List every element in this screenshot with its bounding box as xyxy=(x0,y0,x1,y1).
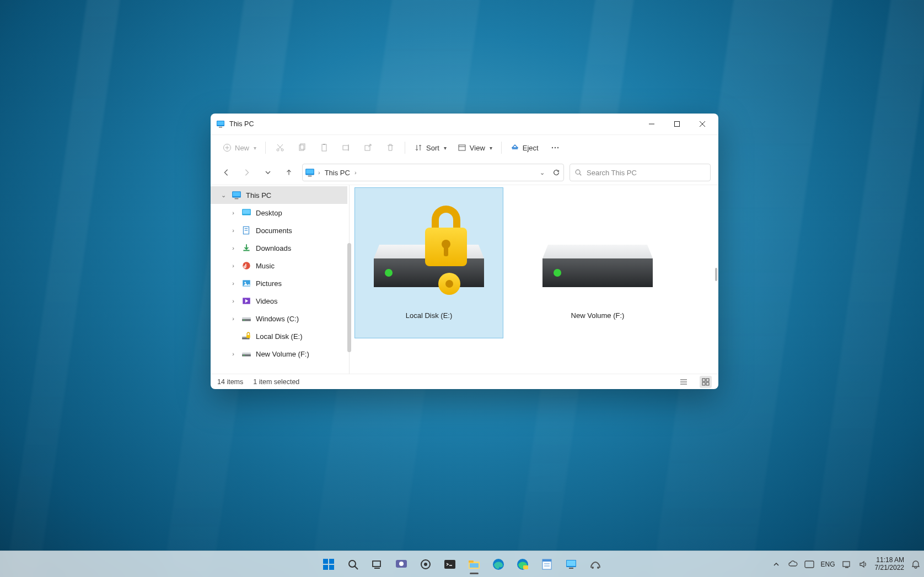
back-button[interactable] xyxy=(218,165,234,180)
rename-button[interactable] xyxy=(336,138,356,157)
taskbar-app-edge-canary[interactable] xyxy=(512,553,534,575)
drive-tile-f[interactable]: New Volume (F:) xyxy=(523,187,672,338)
chevron-right-icon[interactable]: › xyxy=(318,169,320,176)
refresh-button[interactable] xyxy=(552,169,560,176)
taskbar-app-chat[interactable] xyxy=(390,553,412,575)
nav-label: Music xyxy=(256,262,275,270)
forward-button[interactable] xyxy=(239,165,255,180)
nav-this-pc[interactable]: ⌄ This PC xyxy=(211,186,347,204)
system-tray[interactable]: ENG 11:18 AM 7/21/2022 xyxy=(771,557,921,572)
svg-rect-64 xyxy=(702,379,705,381)
nav-pane[interactable]: ⌄ This PC › Desktop › Documents › Downlo… xyxy=(211,185,347,374)
paste-button[interactable] xyxy=(314,138,334,157)
item-count: 14 items xyxy=(217,378,243,386)
new-button[interactable]: New ▾ xyxy=(218,138,261,157)
trash-icon xyxy=(386,143,395,152)
svg-rect-28 xyxy=(308,176,312,177)
details-view-button[interactable] xyxy=(678,376,690,388)
pane-splitter[interactable] xyxy=(347,185,351,374)
language-indicator[interactable]: ENG xyxy=(821,560,835,568)
share-button[interactable] xyxy=(358,138,378,157)
chevron-right-icon[interactable]: › xyxy=(354,169,357,176)
this-pc-icon xyxy=(232,190,241,200)
desktop-icon xyxy=(241,208,251,218)
taskbar-app-settings[interactable] xyxy=(415,553,437,575)
cut-icon xyxy=(276,143,284,152)
drive-icon xyxy=(241,349,251,359)
chevron-right-icon[interactable]: › xyxy=(229,280,237,287)
tray-overflow-button[interactable] xyxy=(771,559,781,569)
breadcrumb-root[interactable]: This PC xyxy=(324,169,351,177)
svg-rect-33 xyxy=(235,198,239,199)
search-button[interactable] xyxy=(342,553,364,575)
notifications-button[interactable] xyxy=(911,559,921,569)
scrollbar-thumb[interactable] xyxy=(715,268,717,281)
sort-button[interactable]: Sort ▾ xyxy=(410,138,451,157)
tiles-view-button[interactable] xyxy=(700,376,712,388)
rename-icon xyxy=(342,143,351,152)
chevron-down-icon: ▾ xyxy=(254,145,256,151)
recent-locations-button[interactable] xyxy=(260,165,276,180)
downloads-icon xyxy=(241,243,251,253)
chevron-right-icon[interactable]: › xyxy=(229,245,237,251)
search-box[interactable] xyxy=(570,164,711,181)
this-pc-icon xyxy=(216,120,225,128)
more-button[interactable] xyxy=(545,138,565,157)
address-bar: › This PC › ⌄ xyxy=(211,160,718,185)
nav-downloads[interactable]: › Downloads xyxy=(211,239,347,257)
svg-rect-35 xyxy=(243,209,250,214)
svg-rect-83 xyxy=(470,563,479,568)
nav-local-disk-e[interactable]: › Local Disk (E:) xyxy=(211,327,347,345)
keyboard-icon[interactable] xyxy=(804,559,814,569)
chevron-down-icon[interactable]: ⌄ xyxy=(219,192,227,199)
nav-windows-c[interactable]: › Windows (C:) xyxy=(211,310,347,327)
taskbar-app-notepad[interactable] xyxy=(536,553,558,575)
breadcrumb-bar[interactable]: › This PC › ⌄ xyxy=(302,164,564,181)
chevron-down-icon: ▾ xyxy=(444,145,447,151)
chevron-right-icon[interactable]: › xyxy=(229,227,237,234)
address-dropdown-button[interactable]: ⌄ xyxy=(538,169,547,176)
svg-line-73 xyxy=(355,566,358,569)
taskbar-app-misc[interactable] xyxy=(584,553,606,575)
nav-music[interactable]: › Music xyxy=(211,257,347,274)
titlebar[interactable]: This PC xyxy=(211,114,718,134)
taskbar-app-system[interactable] xyxy=(560,553,582,575)
taskbar[interactable]: ENG 11:18 AM 7/21/2022 xyxy=(0,551,924,577)
nav-new-volume-f[interactable]: › New Volume (F:) xyxy=(211,345,347,363)
svg-rect-56 xyxy=(444,246,448,256)
view-button[interactable]: View ▾ xyxy=(453,138,497,157)
nav-videos[interactable]: › Videos xyxy=(211,292,347,310)
drive-tile-e[interactable]: Local Disk (E:) xyxy=(354,187,503,338)
taskbar-app-edge[interactable] xyxy=(487,553,509,575)
chevron-right-icon[interactable]: › xyxy=(229,350,237,357)
cut-button[interactable] xyxy=(270,138,290,157)
nav-label: This PC xyxy=(246,191,271,199)
content-pane[interactable]: Local Disk (E:) New Volume (F:) xyxy=(351,185,718,374)
chevron-right-icon[interactable]: › xyxy=(229,262,237,269)
nav-documents[interactable]: › Documents xyxy=(211,222,347,239)
network-icon[interactable] xyxy=(842,559,852,569)
chevron-right-icon[interactable]: › xyxy=(229,209,237,216)
chevron-right-icon[interactable]: › xyxy=(229,315,237,322)
close-button[interactable] xyxy=(690,115,715,133)
more-icon xyxy=(551,143,560,152)
chevron-right-icon[interactable]: › xyxy=(229,298,237,304)
delete-button[interactable] xyxy=(380,138,400,157)
search-input[interactable] xyxy=(587,169,706,177)
copy-button[interactable] xyxy=(292,138,312,157)
task-view-button[interactable] xyxy=(366,553,388,575)
eject-button[interactable]: Eject xyxy=(506,138,543,157)
svg-rect-71 xyxy=(329,565,334,570)
nav-desktop[interactable]: › Desktop xyxy=(211,204,347,222)
taskbar-app-explorer[interactable] xyxy=(463,553,485,575)
minimize-button[interactable] xyxy=(639,115,664,133)
volume-icon[interactable] xyxy=(858,559,868,569)
maximize-button[interactable] xyxy=(664,115,690,133)
clock[interactable]: 11:18 AM 7/21/2022 xyxy=(875,557,904,572)
start-button[interactable] xyxy=(318,553,340,575)
svg-point-60 xyxy=(554,269,561,277)
up-button[interactable] xyxy=(281,165,297,180)
taskbar-app-terminal[interactable] xyxy=(439,553,461,575)
nav-pictures[interactable]: › Pictures xyxy=(211,274,347,292)
onedrive-icon[interactable] xyxy=(788,559,798,569)
